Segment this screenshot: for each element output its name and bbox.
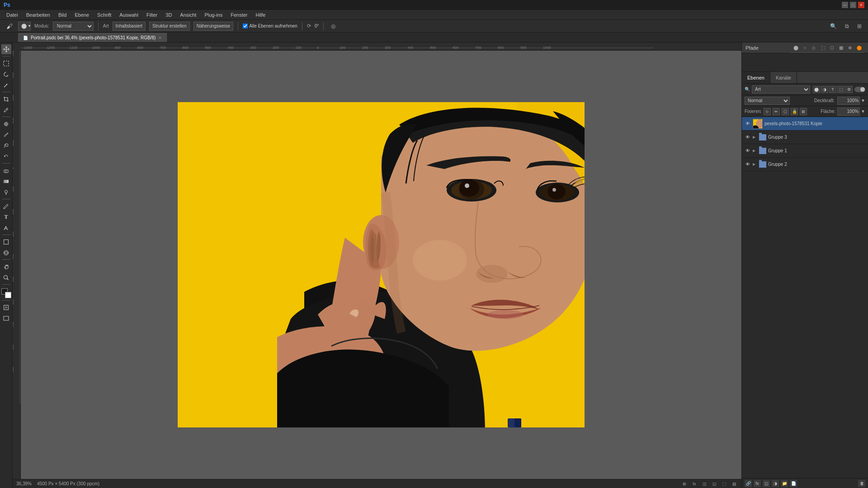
eraser-tool[interactable] — [1, 165, 11, 175]
blend-mode-select[interactable]: Normal — [745, 97, 790, 105]
menu-datei[interactable]: Datei — [3, 11, 22, 19]
layer-chevron-gruppe1[interactable]: ▶ — [753, 149, 757, 153]
opacity-input[interactable] — [837, 97, 860, 105]
opacity-chevron[interactable]: ▼ — [861, 98, 865, 103]
fix-artboard-icon[interactable]: ⬡ — [782, 108, 789, 115]
menu-bild[interactable]: Bild — [55, 11, 70, 19]
text-tool[interactable]: T — [1, 212, 11, 222]
arrange-btn[interactable]: ⧉ — [842, 22, 852, 31]
inhaltsbasiert-btn[interactable]: Inhaltsbasiert — [113, 22, 146, 31]
menu-filter[interactable]: Filter — [143, 11, 161, 19]
path-select-tool[interactable] — [1, 223, 11, 233]
tab-ebenen[interactable]: Ebenen — [742, 72, 770, 83]
gradient-tool[interactable] — [1, 176, 11, 186]
crop-tool[interactable] — [1, 94, 11, 104]
magic-wand-tool[interactable] — [1, 80, 11, 90]
add-mask-btn[interactable]: ◱ — [763, 480, 770, 487]
eyedropper-tool[interactable] — [1, 105, 11, 115]
canvas-bottom-btn2[interactable]: fx — [691, 480, 698, 488]
menu-3d[interactable]: 3D — [162, 11, 175, 19]
sample-btn[interactable]: ◎ — [328, 22, 338, 31]
new-layer-btn[interactable]: 📄 — [790, 480, 797, 487]
modus-select[interactable]: Normal — [53, 22, 94, 31]
flache-chevron[interactable]: ▼ — [861, 109, 865, 114]
pfade-icon-2[interactable]: ○ — [801, 44, 808, 51]
lasso-tool[interactable] — [1, 69, 11, 79]
pfade-icon-1[interactable]: ⬤ — [792, 44, 799, 51]
brush-tool-icon[interactable]: 🖌 — [4, 22, 14, 31]
clone-stamp-tool[interactable] — [1, 141, 11, 150]
flache-input[interactable] — [837, 108, 860, 116]
doc-tab-close[interactable]: ✕ — [158, 36, 162, 40]
zoom-tool[interactable] — [1, 272, 11, 282]
pfade-icon-3[interactable]: ◇ — [810, 44, 817, 51]
menu-bearbeiten[interactable]: Bearbeiten — [23, 11, 54, 19]
menu-hilfe[interactable]: Hilfe — [252, 11, 269, 19]
fix-position-icon[interactable]: ⊹ — [764, 108, 771, 115]
background-color[interactable] — [5, 292, 11, 298]
move-tool[interactable] — [1, 44, 11, 54]
filter-toggle[interactable] — [854, 87, 865, 92]
maximize-button[interactable]: □ — [850, 2, 856, 8]
naherungsweise-btn[interactable]: Näherungsweise — [193, 22, 234, 31]
new-adjustment-btn[interactable]: ◑ — [772, 480, 779, 487]
menu-auswahl[interactable]: Auswahl — [116, 11, 142, 19]
selection-tool[interactable] — [1, 58, 11, 68]
menu-plugins[interactable]: Plug-ins — [201, 11, 226, 19]
brush-preset-btn[interactable]: ⬤ ▼ — [18, 22, 31, 31]
quick-mask-tool[interactable] — [1, 302, 11, 312]
link-layers-btn[interactable]: 🔗 — [745, 480, 752, 487]
fix-link-icon[interactable]: ⊞ — [800, 108, 807, 115]
hand-tool[interactable] — [1, 262, 11, 272]
dodge-tool[interactable] — [1, 187, 11, 197]
add-style-btn[interactable]: fx — [754, 480, 761, 487]
color-selector[interactable] — [1, 288, 11, 298]
layer-item-gruppe1[interactable]: 👁 ▶ Gruppe 1 — [742, 144, 868, 158]
pfade-icon-7[interactable]: ⊕ — [846, 44, 854, 51]
filter-text-icon[interactable]: T — [829, 86, 836, 93]
search-btn-top[interactable]: 🔍 — [827, 22, 840, 31]
layer-chevron-gruppe3[interactable]: ▶ — [753, 135, 757, 139]
layer-visibility-gruppe1[interactable]: 👁 — [745, 148, 751, 154]
tab-kanaele[interactable]: Kanäle — [770, 72, 797, 83]
delete-layer-btn[interactable]: 🗑 — [858, 480, 865, 487]
pfade-icon-4[interactable]: ⬚ — [819, 44, 826, 51]
heal-brush-tool[interactable] — [1, 119, 11, 129]
brush-tool[interactable] — [1, 130, 11, 140]
canvas-bottom-btn1[interactable]: ⊞ — [681, 480, 688, 488]
layout-btn[interactable]: ⊞ — [854, 22, 864, 31]
canvas-bottom-btn6[interactable]: ▤ — [731, 480, 738, 488]
layer-item-photo[interactable]: 👁 pexels-photo-1578531 Kopie — [742, 117, 868, 131]
pen-tool[interactable] — [1, 201, 11, 211]
shape-tool[interactable] — [1, 237, 11, 247]
filter-pixel-icon[interactable]: ⬤ — [813, 86, 820, 93]
canvas-bottom-btn3[interactable]: ◫ — [701, 480, 708, 488]
fix-draw-icon[interactable]: ✏ — [773, 108, 780, 115]
layer-visibility-photo[interactable]: 👁 — [745, 121, 751, 127]
doc-tab-portrait[interactable]: 📄 Portrait.psdc bei 36,4% (pexels-photo-… — [18, 33, 167, 42]
screen-mode-tool[interactable] — [1, 313, 11, 323]
minimize-button[interactable]: ─ — [842, 2, 848, 8]
canvas-content[interactable] — [21, 51, 741, 479]
filter-smart-icon[interactable]: ⚙ — [845, 86, 853, 93]
canvas-bottom-btn4[interactable]: ◱ — [711, 480, 718, 488]
menu-fenster[interactable]: Fenster — [227, 11, 251, 19]
history-brush-tool[interactable] — [1, 151, 11, 161]
new-group-btn[interactable]: 📁 — [781, 480, 788, 487]
canvas-bottom-btn5[interactable]: ⬚ — [721, 480, 728, 488]
layer-chevron-gruppe2[interactable]: ▶ — [753, 162, 757, 166]
menu-ebene[interactable]: Ebene — [71, 11, 93, 19]
layer-visibility-gruppe2[interactable]: 👁 — [745, 161, 751, 168]
fix-all-icon[interactable]: 🔒 — [791, 108, 798, 115]
menu-ansicht[interactable]: Ansicht — [176, 11, 200, 19]
layer-item-gruppe3[interactable]: 👁 ▶ Gruppe 3 — [742, 131, 868, 144]
layer-visibility-gruppe3[interactable]: 👁 — [745, 134, 751, 141]
menu-schrift[interactable]: Schrift — [94, 11, 115, 19]
filter-shape-icon[interactable]: ⬚ — [837, 86, 844, 93]
filter-type-select[interactable]: Art — [752, 85, 810, 94]
filter-adj-icon[interactable]: ◑ — [821, 86, 828, 93]
pfade-icon-5[interactable]: ⬡ — [828, 44, 835, 51]
3d-material-tool[interactable] — [1, 248, 11, 258]
layer-item-gruppe2[interactable]: 👁 ▶ Gruppe 2 — [742, 158, 868, 171]
struktur-erstellen-btn[interactable]: Struktur erstellen — [149, 22, 190, 31]
